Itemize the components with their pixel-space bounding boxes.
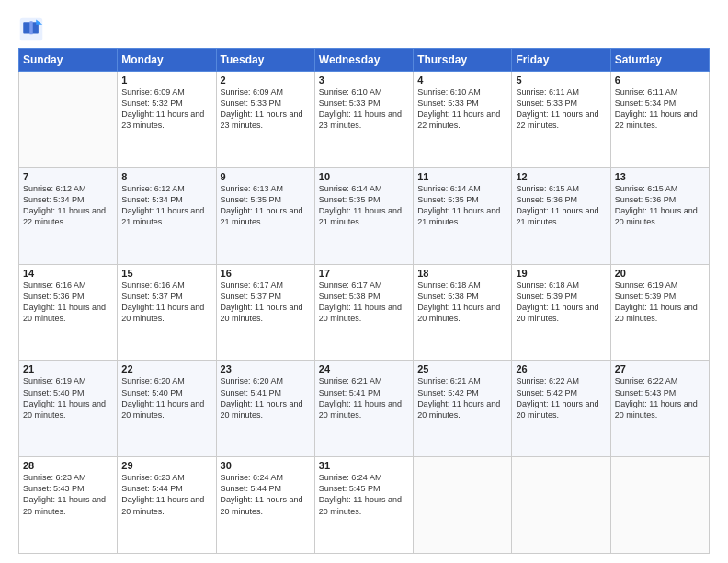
day-number: 21 (23, 363, 113, 374)
calendar-table: SundayMondayTuesdayWednesdayThursdayFrid… (18, 48, 710, 554)
day-number: 8 (121, 171, 211, 182)
day-info: Sunrise: 6:12 AM Sunset: 5:34 PM Dayligh… (121, 183, 211, 228)
day-info: Sunrise: 6:20 AM Sunset: 5:41 PM Dayligh… (221, 375, 311, 420)
day-number: 24 (319, 363, 409, 374)
day-info: Sunrise: 6:19 AM Sunset: 5:40 PM Dayligh… (23, 375, 113, 420)
day-number: 2 (221, 75, 311, 86)
day-info: Sunrise: 6:18 AM Sunset: 5:38 PM Dayligh… (417, 280, 507, 325)
day-info: Sunrise: 6:15 AM Sunset: 5:36 PM Dayligh… (615, 183, 705, 228)
day-info: Sunrise: 6:16 AM Sunset: 5:37 PM Dayligh… (121, 280, 211, 325)
day-info: Sunrise: 6:11 AM Sunset: 5:33 PM Dayligh… (516, 86, 606, 132)
day-info: Sunrise: 6:22 AM Sunset: 5:43 PM Dayligh… (615, 375, 705, 420)
day-number: 3 (319, 75, 409, 86)
calendar-cell: 17Sunrise: 6:17 AM Sunset: 5:38 PM Dayli… (314, 264, 413, 361)
calendar-cell: 2Sunrise: 6:09 AM Sunset: 5:33 PM Daylig… (216, 72, 314, 168)
calendar-cell: 22Sunrise: 6:20 AM Sunset: 5:40 PM Dayli… (118, 361, 216, 457)
calendar-cell (414, 457, 512, 554)
calendar-cell: 1Sunrise: 6:09 AM Sunset: 5:32 PM Daylig… (118, 72, 216, 168)
calendar-cell: 16Sunrise: 6:17 AM Sunset: 5:37 PM Dayli… (216, 264, 314, 361)
calendar-header-row: SundayMondayTuesdayWednesdayThursdayFrid… (19, 49, 710, 72)
calendar-cell (512, 457, 610, 554)
day-number: 7 (23, 171, 113, 182)
calendar-cell: 19Sunrise: 6:18 AM Sunset: 5:39 PM Dayli… (512, 264, 610, 361)
svg-rect-1 (23, 22, 30, 33)
day-info: Sunrise: 6:21 AM Sunset: 5:41 PM Dayligh… (319, 375, 409, 420)
calendar-cell (610, 457, 709, 554)
day-info: Sunrise: 6:23 AM Sunset: 5:43 PM Dayligh… (23, 472, 113, 517)
calendar-cell: 14Sunrise: 6:16 AM Sunset: 5:36 PM Dayli… (19, 264, 118, 361)
day-number: 18 (417, 268, 507, 279)
day-info: Sunrise: 6:09 AM Sunset: 5:33 PM Dayligh… (221, 86, 311, 132)
calendar-cell: 23Sunrise: 6:20 AM Sunset: 5:41 PM Dayli… (216, 361, 314, 457)
day-info: Sunrise: 6:18 AM Sunset: 5:39 PM Dayligh… (516, 280, 606, 325)
calendar-cell: 6Sunrise: 6:11 AM Sunset: 5:34 PM Daylig… (610, 72, 709, 168)
day-header-wednesday: Wednesday (314, 49, 413, 72)
day-info: Sunrise: 6:17 AM Sunset: 5:37 PM Dayligh… (221, 280, 311, 325)
day-number: 16 (221, 268, 311, 279)
calendar-cell: 10Sunrise: 6:14 AM Sunset: 5:35 PM Dayli… (314, 167, 413, 264)
calendar-cell: 11Sunrise: 6:14 AM Sunset: 5:35 PM Dayli… (414, 167, 512, 264)
day-header-monday: Monday (118, 49, 216, 72)
calendar-cell: 31Sunrise: 6:24 AM Sunset: 5:45 PM Dayli… (314, 457, 413, 554)
calendar-cell: 15Sunrise: 6:16 AM Sunset: 5:37 PM Dayli… (118, 264, 216, 361)
day-info: Sunrise: 6:16 AM Sunset: 5:36 PM Dayligh… (23, 280, 113, 325)
day-number: 1 (121, 75, 211, 86)
calendar-cell: 5Sunrise: 6:11 AM Sunset: 5:33 PM Daylig… (512, 72, 610, 168)
day-info: Sunrise: 6:15 AM Sunset: 5:36 PM Dayligh… (516, 183, 606, 228)
calendar-cell: 4Sunrise: 6:10 AM Sunset: 5:33 PM Daylig… (414, 72, 512, 168)
logo-icon (18, 17, 44, 42)
day-number: 13 (615, 171, 705, 182)
day-info: Sunrise: 6:14 AM Sunset: 5:35 PM Dayligh… (417, 183, 507, 228)
svg-rect-3 (29, 21, 33, 34)
day-header-sunday: Sunday (19, 49, 118, 72)
day-info: Sunrise: 6:19 AM Sunset: 5:39 PM Dayligh… (615, 280, 705, 325)
calendar-cell (19, 72, 118, 168)
week-row-1: 7Sunrise: 6:12 AM Sunset: 5:34 PM Daylig… (19, 167, 710, 264)
calendar-cell: 24Sunrise: 6:21 AM Sunset: 5:41 PM Dayli… (314, 361, 413, 457)
day-info: Sunrise: 6:22 AM Sunset: 5:42 PM Dayligh… (516, 375, 606, 420)
day-header-friday: Friday (512, 49, 610, 72)
day-number: 23 (221, 363, 311, 374)
day-info: Sunrise: 6:10 AM Sunset: 5:33 PM Dayligh… (417, 86, 507, 132)
day-info: Sunrise: 6:21 AM Sunset: 5:42 PM Dayligh… (417, 375, 507, 420)
calendar-cell: 18Sunrise: 6:18 AM Sunset: 5:38 PM Dayli… (414, 264, 512, 361)
calendar-cell: 3Sunrise: 6:10 AM Sunset: 5:33 PM Daylig… (314, 72, 413, 168)
logo (18, 17, 48, 42)
calendar-cell: 25Sunrise: 6:21 AM Sunset: 5:42 PM Dayli… (414, 361, 512, 457)
day-number: 19 (516, 268, 606, 279)
day-header-saturday: Saturday (610, 49, 709, 72)
day-info: Sunrise: 6:17 AM Sunset: 5:38 PM Dayligh… (319, 280, 409, 325)
day-number: 31 (319, 460, 409, 471)
day-number: 17 (319, 268, 409, 279)
week-row-3: 21Sunrise: 6:19 AM Sunset: 5:40 PM Dayli… (19, 361, 710, 457)
calendar-cell: 9Sunrise: 6:13 AM Sunset: 5:35 PM Daylig… (216, 167, 314, 264)
day-number: 25 (417, 363, 507, 374)
week-row-2: 14Sunrise: 6:16 AM Sunset: 5:36 PM Dayli… (19, 264, 710, 361)
day-number: 4 (417, 75, 507, 86)
calendar-cell: 27Sunrise: 6:22 AM Sunset: 5:43 PM Dayli… (610, 361, 709, 457)
calendar-cell: 26Sunrise: 6:22 AM Sunset: 5:42 PM Dayli… (512, 361, 610, 457)
day-info: Sunrise: 6:24 AM Sunset: 5:44 PM Dayligh… (221, 472, 311, 517)
day-header-thursday: Thursday (414, 49, 512, 72)
day-number: 29 (121, 460, 211, 471)
day-info: Sunrise: 6:09 AM Sunset: 5:32 PM Dayligh… (121, 86, 211, 132)
day-number: 28 (23, 460, 113, 471)
day-info: Sunrise: 6:20 AM Sunset: 5:40 PM Dayligh… (121, 375, 211, 420)
header (18, 17, 710, 42)
day-number: 9 (221, 171, 311, 182)
calendar-cell: 28Sunrise: 6:23 AM Sunset: 5:43 PM Dayli… (19, 457, 118, 554)
calendar-cell: 29Sunrise: 6:23 AM Sunset: 5:44 PM Dayli… (118, 457, 216, 554)
day-number: 14 (23, 268, 113, 279)
day-info: Sunrise: 6:14 AM Sunset: 5:35 PM Dayligh… (319, 183, 409, 228)
day-number: 22 (121, 363, 211, 374)
day-number: 5 (516, 75, 606, 86)
day-number: 6 (615, 75, 705, 86)
calendar-cell: 12Sunrise: 6:15 AM Sunset: 5:36 PM Dayli… (512, 167, 610, 264)
day-number: 26 (516, 363, 606, 374)
day-info: Sunrise: 6:12 AM Sunset: 5:34 PM Dayligh… (23, 183, 113, 228)
calendar-cell: 20Sunrise: 6:19 AM Sunset: 5:39 PM Dayli… (610, 264, 709, 361)
day-number: 12 (516, 171, 606, 182)
day-number: 27 (615, 363, 705, 374)
day-info: Sunrise: 6:24 AM Sunset: 5:45 PM Dayligh… (319, 472, 409, 517)
day-info: Sunrise: 6:11 AM Sunset: 5:34 PM Dayligh… (615, 86, 705, 132)
